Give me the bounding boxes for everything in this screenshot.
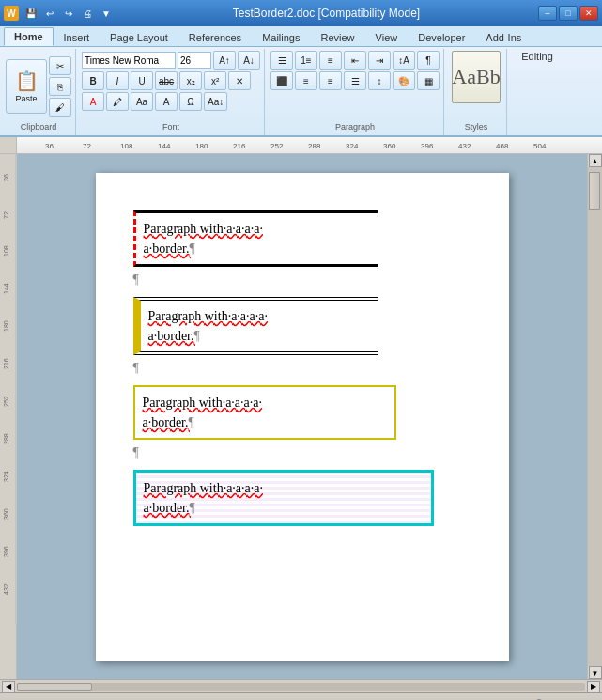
copy-button[interactable]: ⎘ [49,77,71,96]
h-scroll-track [17,683,585,691]
svg-text:252: 252 [3,396,9,407]
paste-icon: 📋 [15,70,39,92]
para-row1: ☰ 1≡ ≡ ⇤ ⇥ ↕A ¶ [270,51,440,70]
justify-button[interactable]: ☰ [344,71,366,90]
save-icon[interactable]: 💾 [23,5,39,22]
underline-button[interactable]: U [131,71,153,90]
align-left-button[interactable]: ⬛ [270,71,293,90]
italic-button[interactable]: I [106,71,129,90]
svg-text:432: 432 [3,583,9,595]
increase-indent-button[interactable]: ⇥ [368,51,391,70]
maximize-button[interactable]: □ [559,6,578,21]
borders-button[interactable]: ▦ [417,71,440,90]
status-bar: Section: 1 Page: 1 of 1 Line: 7 Column: … [0,692,602,700]
paragraph-1[interactable]: Paragraph with·a·a·a·a·a·border.¶ [133,210,378,267]
tab-references[interactable]: References [178,28,252,46]
paste-button[interactable]: 📋 Paste [6,59,47,114]
multilevel-button[interactable]: ≡ [319,51,342,70]
strikethrough-button[interactable]: abc [155,71,178,90]
tab-review[interactable]: Review [310,28,364,46]
bold-button[interactable]: B [82,71,104,90]
bullets-button[interactable]: ☰ [270,51,293,70]
editing-label: Editing [521,51,553,62]
editing-group: Editing [509,49,565,135]
svg-text:360: 360 [383,142,396,150]
font-effect-button[interactable]: A [155,92,178,111]
minimize-button[interactable]: – [538,6,557,21]
font-color-button[interactable]: A [82,92,104,111]
paragraph-content: ☰ 1≡ ≡ ⇤ ⇥ ↕A ¶ ⬛ ≡ ≡ ☰ ↕ 🎨 ▦ [270,51,440,122]
svg-text:108: 108 [3,245,9,257]
numbering-button[interactable]: 1≡ [295,51,317,70]
symbol-button[interactable]: Ω [179,92,202,111]
font-label: Font [162,122,179,133]
svg-text:252: 252 [270,142,284,150]
dropdown-icon[interactable]: ▼ [98,5,115,22]
cut-button[interactable]: ✂ [49,56,71,75]
tab-home[interactable]: Home [4,27,54,46]
para-2-text: Paragraph with·a·a·a·a·a·border.¶ [141,301,378,351]
scroll-up-button[interactable]: ▲ [589,154,602,167]
format-painter-button[interactable]: 🖌 [49,98,71,117]
tab-page-layout[interactable]: Page Layout [100,28,178,46]
font-row1: A↑ A↓ [82,51,260,70]
svg-text:216: 216 [233,142,246,150]
font-size-label[interactable]: Aa [131,92,153,111]
align-right-button[interactable]: ≡ [319,71,342,90]
font-name-input[interactable] [82,52,176,69]
window-controls: – □ ✕ [538,6,598,21]
highlight-button[interactable]: 🖍 [106,92,129,111]
scroll-thumb[interactable] [589,172,600,210]
h-scroll-thumb[interactable] [17,683,92,691]
undo-icon[interactable]: ↩ [41,5,58,22]
svg-text:360: 360 [3,508,9,520]
paragraph-2[interactable]: Paragraph with·a·a·a·a·a·border.¶ [133,297,378,355]
svg-text:180: 180 [3,320,9,332]
paragraph-4[interactable]: Paragraph with·a·a·a·a·a·border.¶ [133,470,434,526]
svg-text:396: 396 [421,142,434,150]
font-grow-button[interactable]: A↑ [213,51,236,70]
scroll-down-button[interactable]: ▼ [589,666,602,679]
clipboard-sub: ✂ ⎘ 🖌 [49,56,71,117]
print-icon[interactable]: 🖨 [79,5,96,22]
vertical-scrollbar[interactable]: ▲ ▼ [587,154,602,679]
font-shrink-button[interactable]: A↓ [238,51,260,70]
scroll-left-button[interactable]: ◀ [2,681,15,692]
svg-text:504: 504 [533,142,547,150]
svg-text:36: 36 [45,142,54,150]
para-row2: ⬛ ≡ ≡ ☰ ↕ 🎨 ▦ [270,71,440,90]
align-center-button[interactable]: ≡ [295,71,317,90]
zoom-out-button[interactable]: – [482,696,489,701]
ruler: 36 72 108 144 180 216 252 288 324 360 39… [0,137,602,154]
tab-add-ins[interactable]: Add-Ins [475,28,532,46]
document-area: 36 72 108 144 180 216 252 288 324 360 39… [0,154,602,679]
font-size-input[interactable] [178,52,211,69]
scroll-right-button[interactable]: ▶ [587,681,600,692]
svg-text:180: 180 [195,142,208,150]
shading-button[interactable]: 🎨 [393,71,415,90]
show-hide-button[interactable]: ¶ [417,51,440,70]
redo-icon[interactable]: ↪ [60,5,77,22]
styles-button[interactable]: AaBb [452,51,501,103]
close-button[interactable]: ✕ [579,6,598,21]
svg-text:144: 144 [158,142,171,150]
zoom-in-button[interactable]: + [561,696,568,701]
svg-text:324: 324 [346,142,359,150]
clear-format-button[interactable]: ✕ [228,71,251,90]
svg-text:36: 36 [3,174,9,181]
svg-text:216: 216 [3,358,9,369]
tab-view[interactable]: View [365,28,409,46]
decrease-indent-button[interactable]: ⇤ [344,51,366,70]
change-case-button[interactable]: Aa↕ [204,92,227,111]
tab-mailings[interactable]: Mailings [252,28,310,46]
tab-developer[interactable]: Developer [408,28,475,46]
sort-button[interactable]: ↕A [393,51,415,70]
ribbon: 📋 Paste ✂ ⎘ 🖌 Clipboard A↑ A↓ B I U [0,47,602,137]
vertical-ruler: 36 72 108 144 180 216 252 288 324 360 39… [0,154,17,679]
ruler-corner [0,137,17,154]
superscript-button[interactable]: x² [204,71,226,90]
paragraph-3[interactable]: Paragraph with·a·a·a·a·a·border.¶ [133,385,396,440]
subscript-button[interactable]: x₂ [179,71,202,90]
line-spacing-button[interactable]: ↕ [368,71,391,90]
tab-insert[interactable]: Insert [54,28,100,46]
